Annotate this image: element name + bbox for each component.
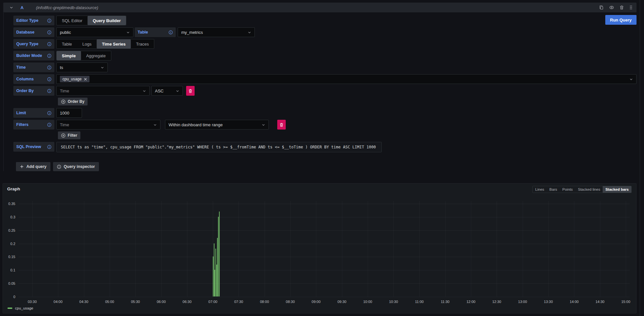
remove-column-icon[interactable]: [84, 78, 87, 81]
filter-operator-select[interactable]: Within dashboard time range: [165, 120, 269, 130]
table-select[interactable]: my_metrics: [178, 27, 255, 37]
info-icon[interactable]: [47, 54, 51, 58]
query-inspector-button[interactable]: Query inspector: [53, 162, 99, 171]
x-axis-tick-label: 14:00: [570, 300, 579, 304]
field-label-order-by: Order By: [13, 86, 54, 96]
x-axis-tick-label: 10:30: [389, 300, 398, 304]
bar-cpu-usage-07-07: [219, 212, 220, 296]
query-type-group: TableLogsTime SeriesTraces: [56, 39, 154, 49]
add-filter-button[interactable]: Filter: [58, 131, 80, 139]
field-label-sql-preview: SQL Preview: [13, 142, 54, 152]
trash-icon[interactable]: [620, 5, 624, 10]
gridline-vertical: [135, 201, 136, 297]
radio-option-time-series[interactable]: Time Series: [97, 39, 131, 48]
editor-type-group: SQL EditorQuery Builder: [56, 16, 126, 25]
graph-mode-tab-lines[interactable]: Lines: [533, 186, 547, 193]
x-axis-tick-label: 10:00: [363, 300, 372, 304]
gridline-vertical: [58, 201, 58, 297]
graph-mode-tabs: LinesBarsPointsStacked linesStacked bars: [532, 186, 632, 193]
gridline-vertical: [626, 201, 626, 297]
add-query-button[interactable]: Add query: [16, 162, 50, 171]
column-chip-label: cpu_usage: [62, 77, 82, 81]
gridline-vertical: [419, 201, 420, 297]
filter-column-select[interactable]: Time: [56, 120, 160, 130]
eye-icon[interactable]: [609, 5, 614, 10]
y-axis-tick-label: 0.05: [8, 282, 15, 285]
graph-mode-tab-stacked-lines[interactable]: Stacked lines: [575, 186, 603, 193]
legend-item-cpu-usage[interactable]: cpu_usage: [7, 306, 33, 310]
order-by-direction-select[interactable]: ASC: [151, 86, 183, 96]
columns-multiselect[interactable]: cpu_usage: [56, 74, 637, 84]
x-axis-tick-label: 12:00: [466, 300, 475, 304]
gridline-vertical: [290, 201, 291, 297]
drag-handle-icon[interactable]: [629, 5, 633, 10]
gridline-vertical: [316, 201, 316, 297]
graph-mode-tab-bars[interactable]: Bars: [547, 186, 560, 193]
gridline-vertical: [368, 201, 368, 297]
duplicate-icon[interactable]: [599, 5, 604, 10]
query-row-header[interactable]: A (info8fcc-greptimedb-datasource): [4, 3, 637, 12]
gridline-vertical: [32, 201, 33, 297]
database-select[interactable]: public: [56, 27, 133, 37]
gridline-vertical: [471, 201, 471, 297]
radio-option-aggregate[interactable]: Aggregate: [81, 51, 111, 60]
time-column-select[interactable]: ts: [56, 62, 108, 72]
info-icon[interactable]: [47, 42, 51, 46]
legend-label: cpu_usage: [15, 306, 33, 310]
run-query-button[interactable]: Run Query: [605, 15, 637, 25]
x-axis-tick-label: 09:30: [337, 300, 347, 304]
field-label-limit: Limit: [13, 108, 54, 118]
info-icon[interactable]: [47, 111, 51, 115]
gridline-horizontal: [19, 230, 630, 231]
radio-option-query-builder[interactable]: Query Builder: [88, 16, 126, 25]
gridline-vertical: [393, 201, 394, 297]
info-icon[interactable]: [47, 65, 51, 70]
graph-panel: Graph LinesBarsPointsStacked linesStacke…: [3, 183, 637, 313]
info-icon[interactable]: [47, 19, 51, 23]
info-icon[interactable]: [47, 123, 51, 127]
field-label-filters: Filters: [13, 120, 54, 130]
gridline-horizontal: [19, 204, 630, 204]
gridline-vertical: [84, 201, 84, 297]
info-icon[interactable]: [47, 77, 51, 81]
info-icon[interactable]: [47, 89, 51, 93]
y-axis-tick-label: 0.25: [8, 228, 15, 232]
graph-mode-tab-points[interactable]: Points: [560, 186, 575, 193]
x-axis-tick-label: 08:30: [286, 300, 295, 304]
limit-input[interactable]: 1000: [56, 108, 82, 118]
field-label-builder-mode: Builder Mode: [13, 51, 54, 61]
radio-option-sql-editor[interactable]: SQL Editor: [57, 16, 88, 25]
x-axis-tick-label: 09:00: [312, 300, 321, 304]
gridline-horizontal: [19, 283, 630, 284]
gridline-horizontal: [19, 257, 630, 257]
pane-divider: [640, 0, 640, 316]
remove-order-by-button[interactable]: [186, 86, 195, 96]
order-by-column-select[interactable]: Time: [56, 86, 150, 96]
x-axis-tick-label: 06:30: [183, 300, 192, 304]
x-axis-tick-label: 05:00: [105, 300, 114, 304]
chevron-down-icon: [98, 66, 104, 69]
gridline-vertical: [523, 201, 523, 297]
x-axis-tick-label: 07:30: [234, 300, 243, 304]
info-icon[interactable]: [47, 30, 51, 34]
x-axis-tick-label: 11:30: [441, 300, 450, 304]
radio-option-table[interactable]: Table: [57, 39, 77, 48]
gridline-vertical: [548, 201, 549, 297]
collapse-chevron-icon[interactable]: [9, 6, 13, 9]
graph-mode-tab-stacked-bars[interactable]: Stacked bars: [603, 186, 631, 193]
info-icon[interactable]: [47, 145, 51, 149]
x-axis-tick-label: 14:30: [596, 300, 605, 304]
x-axis-tick-label: 11:00: [415, 300, 424, 304]
gridline-horizontal: [19, 297, 630, 297]
gridline-vertical: [600, 201, 600, 297]
field-label-columns: Columns: [13, 74, 54, 84]
info-icon[interactable]: [169, 30, 173, 34]
radio-option-traces[interactable]: Traces: [131, 39, 154, 48]
remove-filter-button[interactable]: [277, 120, 286, 130]
selected-column-chips: cpu_usage: [60, 76, 89, 82]
radio-option-logs[interactable]: Logs: [77, 39, 97, 48]
add-order-by-button[interactable]: Order By: [58, 98, 88, 105]
column-chip-cpu-usage[interactable]: cpu_usage: [60, 76, 89, 82]
graph-panel-title: Graph: [7, 186, 20, 191]
radio-option-simple[interactable]: Simple: [57, 51, 81, 60]
